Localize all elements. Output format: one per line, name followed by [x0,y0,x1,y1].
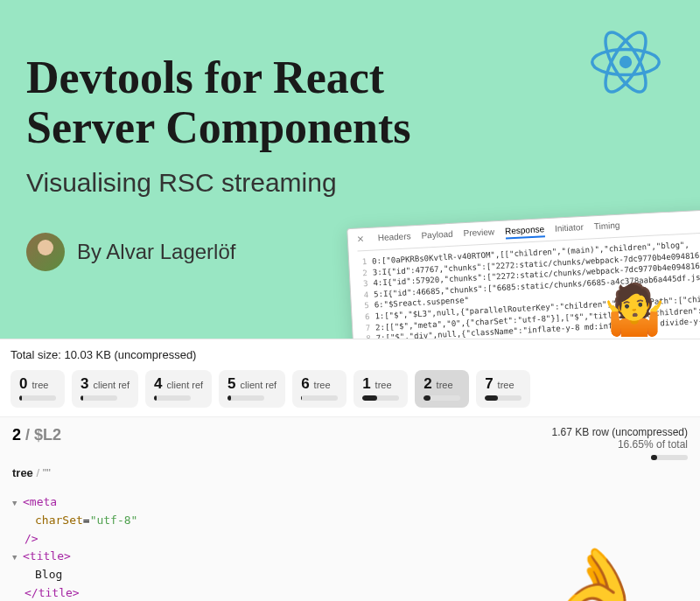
devtools-tab-headers[interactable]: Headers [377,231,411,246]
detail-id: 2 / $L2 [12,426,61,463]
page-title: Devtools for React Server Components [26,52,516,152]
code-tree-view: ▼<meta charSet="utf-8" /> ▼<title> Blog … [0,488,700,601]
detail-header: 2 / $L2 1.67 KB row (uncompressed) 16.65… [0,416,700,465]
react-logo-icon [591,31,661,97]
chunk-tab-6[interactable]: 6tree [292,370,346,408]
close-icon[interactable]: ✕ [357,234,365,247]
detail-size-bar [651,455,688,460]
chunk-tab-7[interactable]: 7tree [476,370,530,408]
breadcrumb: tree / "" [0,465,700,488]
devtools-tab-timing[interactable]: Timing [594,220,620,234]
ok-hand-emoji-icon: 👌 [536,521,656,601]
chunk-tab-4[interactable]: 4client ref [145,370,212,408]
author-byline: By Alvar Lagerlöf [77,240,235,264]
hero-banner: Devtools for React Server Components Vis… [0,0,700,339]
total-size-label: Total size: 10.03 KB (uncompressed) [0,339,700,367]
svg-point-0 [620,56,632,68]
page-subtitle: Visualising RSC streaming [26,168,674,198]
chunk-tab-3[interactable]: 3client ref [72,370,138,408]
chunk-tab-1[interactable]: 1tree [354,370,408,408]
devtools-tab-payload[interactable]: Payload [421,228,453,243]
chunk-tab-0[interactable]: 0tree [10,370,65,408]
avatar [26,233,65,271]
shrug-emoji-icon: 🤷 [604,281,665,339]
chunk-tab-2[interactable]: 2tree [415,370,469,408]
chunk-tabs: 0tree3client ref4client ref5client ref6t… [0,367,700,416]
detail-stats: 1.67 KB row (uncompressed) 16.65% of tot… [552,426,688,463]
chevron-down-icon[interactable]: ▼ [12,551,23,563]
devtools-tab-preview[interactable]: Preview [463,227,494,241]
chunk-tab-5[interactable]: 5client ref [219,370,285,408]
devtools-tab-response[interactable]: Response [505,224,545,239]
chevron-down-icon[interactable]: ▼ [12,497,23,509]
devtools-tab-initiator[interactable]: Initiator [555,222,584,237]
